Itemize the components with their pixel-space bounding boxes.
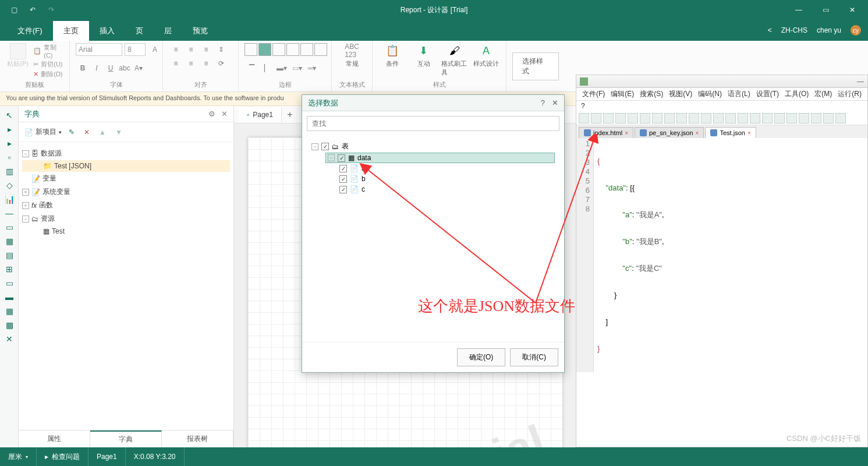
status-page[interactable]: Page1 (88, 447, 126, 466)
select-style-button[interactable]: 选择样式 (512, 52, 559, 80)
et-more3-icon[interactable] (811, 113, 821, 123)
dialog-help-icon[interactable]: ? (541, 98, 545, 107)
minimize-icon[interactable]: — (786, 2, 811, 18)
et-rec-icon[interactable] (762, 113, 773, 123)
tab-home[interactable]: 主页 (53, 21, 89, 41)
tool-cursor-icon[interactable]: ↖ (0, 108, 19, 122)
editor-menu-run[interactable]: 运行(R) (835, 89, 864, 99)
format-painter-button[interactable]: 🖌格式刷工具 (441, 43, 469, 77)
editor-menu-settings[interactable]: 设置(T) (754, 89, 781, 99)
tool-calendar-icon[interactable]: ▤ (0, 248, 19, 262)
et-save-icon[interactable] (603, 113, 614, 123)
et-print-icon[interactable] (640, 113, 650, 123)
align-top-center-icon[interactable]: ≡ (184, 43, 198, 56)
share-icon[interactable]: < (768, 26, 772, 34)
border-color-icon[interactable]: ▭▾ (290, 62, 304, 75)
status-check[interactable]: ▸检查问题 (37, 447, 88, 466)
tool-hand-icon[interactable]: ▸ (0, 122, 19, 136)
editor-tab-pesn[interactable]: pe_sn_key.json× (635, 127, 704, 138)
et-replace-icon[interactable] (725, 113, 736, 123)
border-left-icon[interactable]: ▏ (260, 62, 274, 75)
tool-rect-icon[interactable]: ▭ (0, 276, 19, 290)
tab-properties[interactable]: 属性 (19, 430, 90, 447)
et-saveall-icon[interactable] (615, 113, 626, 123)
editor-menu-search[interactable]: 搜索(S) (637, 89, 665, 99)
dlg-tree-data[interactable]: −✓▦data (325, 153, 555, 163)
text-format-button[interactable]: ABC123 常规 (338, 43, 366, 68)
border-top-icon[interactable]: ▔ (245, 62, 258, 75)
close-icon[interactable]: ✕ (840, 2, 865, 18)
border-in-icon[interactable] (300, 43, 313, 56)
italic-icon[interactable]: I (90, 62, 104, 75)
et-play-icon[interactable] (774, 113, 785, 123)
code-area[interactable]: { "data": [{ "a": "我是A", "b": "我是B", "c"… (594, 138, 668, 372)
et-new-icon[interactable] (579, 113, 589, 123)
align-top-left-icon[interactable]: ≡ (169, 43, 183, 56)
et-paste-icon[interactable] (676, 113, 687, 123)
rotate-icon[interactable]: ⟳ (214, 57, 228, 70)
editor-body[interactable]: 12345678 { "data": [{ "a": "我是A", "b": "… (576, 138, 867, 372)
dlg-tree-table[interactable]: −✓🗂表 (311, 140, 555, 153)
editor-tab-index[interactable]: index.html× (579, 127, 633, 138)
font-grow-icon[interactable]: A (148, 43, 162, 56)
delete-button[interactable]: ✕删除(D) (33, 70, 63, 79)
border-none-icon[interactable] (272, 43, 285, 56)
copy-button[interactable]: 📋复制(C) (33, 43, 63, 59)
page-tab-1[interactable]: ▫Page1 (239, 107, 282, 122)
et-undo-icon[interactable] (689, 113, 699, 123)
font-name-select[interactable] (76, 43, 122, 56)
style-design-button[interactable]: A样式设计 (472, 43, 500, 68)
tool-panel-icon[interactable]: ▬ (0, 290, 19, 304)
interaction-button[interactable]: ⬇互动 (410, 43, 438, 68)
et-wrap-icon[interactable] (750, 113, 760, 123)
dlg-tree-col-c[interactable]: ✓📄c (339, 184, 555, 195)
tool-grid-icon[interactable]: ▦ (0, 304, 19, 318)
down-icon[interactable]: ▼ (113, 128, 125, 136)
editor-menu-edit[interactable]: 编辑(E) (608, 89, 636, 99)
line-height-icon[interactable]: ⇕ (214, 43, 228, 56)
dict-gear-icon[interactable]: ⚙ (208, 110, 215, 118)
tree-test-res[interactable]: ▦Test (22, 225, 230, 237)
tab-close-icon[interactable]: × (625, 130, 628, 136)
delete-icon[interactable]: ✕ (82, 128, 92, 136)
dlg-tree-col-a[interactable]: ✓📄a (339, 163, 555, 174)
maximize-icon[interactable]: ▭ (813, 2, 838, 18)
add-page-button[interactable]: + (282, 110, 298, 120)
tree-datasource[interactable]: −🗄数据源 (22, 147, 230, 160)
editor-menu-view[interactable]: 视图(V) (667, 89, 695, 99)
ok-button[interactable]: 确定(O) (457, 348, 505, 366)
fill-color-icon[interactable]: ▬▾ (275, 62, 289, 75)
border-out-icon[interactable] (286, 43, 299, 56)
tool-page-icon[interactable]: ▭ (0, 220, 19, 234)
dict-close-icon[interactable]: ✕ (221, 110, 228, 118)
et-find-icon[interactable] (713, 113, 724, 123)
border-all-icon[interactable] (245, 43, 257, 56)
tab-page[interactable]: 页 (125, 21, 154, 41)
border-fill-icon[interactable] (258, 43, 271, 56)
et-open-icon[interactable] (591, 113, 601, 123)
et-cut-icon[interactable] (652, 113, 662, 123)
tab-close-icon[interactable]: × (696, 130, 699, 136)
font-color-icon[interactable]: A▾ (132, 62, 146, 75)
editor-menu-tools[interactable]: 工具(O) (782, 89, 811, 99)
et-redo-icon[interactable] (701, 113, 711, 123)
dlg-tree-col-b[interactable]: ✓📄b (339, 174, 555, 184)
tool-image-icon[interactable]: ▫ (0, 150, 19, 164)
editor-tab-test[interactable]: Test.json× (705, 127, 756, 138)
align-right-icon[interactable]: ≡ (199, 57, 213, 70)
save-icon[interactable]: ▢ (5, 1, 23, 19)
align-left-icon[interactable]: ≡ (169, 57, 183, 70)
tree-func[interactable]: +fx函数 (22, 199, 230, 212)
tool-barcode-icon[interactable]: ▥ (0, 164, 19, 178)
font-size-select[interactable] (125, 43, 146, 56)
tool-wrench-icon[interactable]: ✕ (0, 332, 19, 346)
et-more4-icon[interactable] (823, 113, 834, 123)
paste-button[interactable]: 粘贴(P) (6, 43, 30, 68)
strike-icon[interactable]: abc (118, 62, 132, 75)
undo-icon[interactable]: ↶ (23, 1, 42, 19)
et-more2-icon[interactable] (799, 113, 809, 123)
tool-table-icon[interactable]: ▦ (0, 234, 19, 248)
cancel-button[interactable]: 取消(C) (510, 348, 558, 366)
tab-dictionary[interactable]: 字典 (90, 430, 162, 447)
tree-test-json[interactable]: 📁Test [JSON] (22, 160, 230, 172)
